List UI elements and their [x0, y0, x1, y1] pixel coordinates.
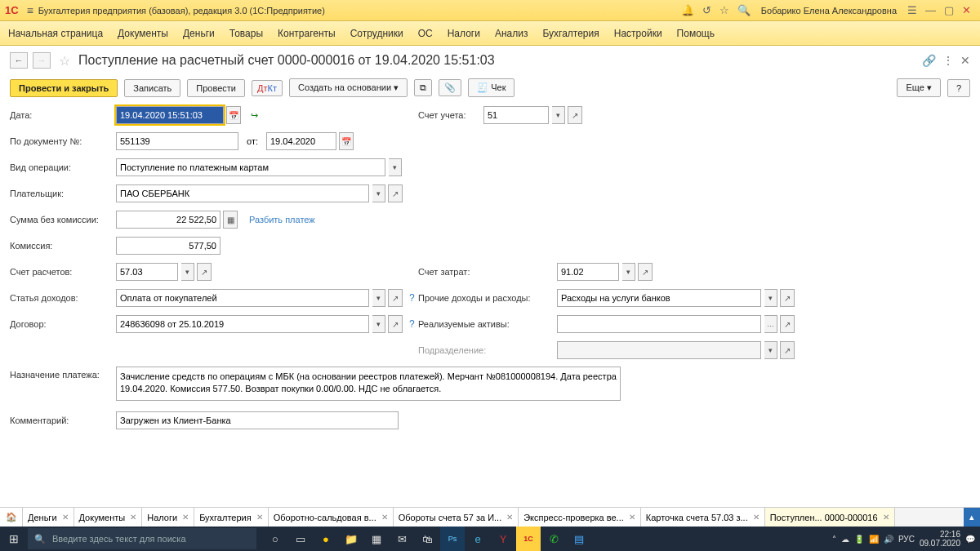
tabs-scroll-icon[interactable]: ▴ — [964, 508, 980, 527]
tray-clock[interactable]: 22:16 09.07.2020 — [920, 530, 960, 548]
tray-wifi-icon[interactable]: 📶 — [869, 535, 879, 544]
optype-input[interactable] — [116, 158, 385, 176]
tab-close-icon[interactable]: ✕ — [62, 513, 69, 522]
tray-volume-icon[interactable]: 🔊 — [884, 535, 893, 544]
cortana-icon[interactable]: ○ — [263, 527, 287, 551]
contract-open-icon[interactable]: ↗ — [388, 315, 403, 333]
yandex-icon[interactable]: ● — [314, 527, 338, 551]
more-vert-icon[interactable]: ⋮ — [942, 54, 954, 67]
menu-money[interactable]: Деньги — [183, 28, 215, 39]
from-calendar-icon[interactable]: 📅 — [339, 132, 354, 150]
tab-documents[interactable]: Документы✕ — [74, 508, 143, 527]
browser-icon[interactable]: Y — [491, 527, 515, 551]
dtkt-button[interactable]: ДтКт — [252, 80, 283, 96]
cost-account-dropdown-icon[interactable]: ▾ — [622, 263, 635, 281]
more-button[interactable]: Еще ▾ — [897, 78, 940, 97]
favorite-star-icon[interactable]: ☆ — [59, 53, 70, 69]
photoshop-icon[interactable]: Ps — [440, 527, 465, 551]
tab-accounting[interactable]: Бухгалтерия✕ — [194, 508, 269, 527]
search-icon[interactable]: 🔍 — [737, 4, 751, 16]
tray-notifications-icon[interactable]: 💬 — [965, 535, 975, 544]
calendar-icon[interactable]: 📅 — [226, 106, 241, 124]
mail-icon[interactable]: ✉ — [390, 527, 414, 551]
menu-documents[interactable]: Документы — [118, 28, 168, 39]
income-item-open-icon[interactable]: ↗ — [388, 289, 403, 307]
apply-icon[interactable]: ↪ — [251, 110, 258, 121]
tab-close-icon[interactable]: ✕ — [130, 513, 136, 522]
nav-forward-button[interactable]: → — [33, 52, 51, 69]
tab-close-icon[interactable]: ✕ — [256, 513, 263, 522]
tab-money[interactable]: Деньги✕ — [23, 508, 74, 527]
menu-assets[interactable]: ОС — [418, 28, 433, 39]
menu-help[interactable]: Помощь — [677, 28, 715, 39]
task-view-icon[interactable]: ▭ — [288, 527, 313, 551]
commission-input[interactable] — [116, 237, 220, 255]
whatsapp-icon[interactable]: ✆ — [541, 527, 566, 551]
other-inc-exp-dropdown-icon[interactable]: ▾ — [764, 289, 777, 307]
payer-input[interactable] — [116, 184, 369, 202]
link-icon[interactable]: 🔗 — [922, 54, 936, 67]
edge-icon[interactable]: e — [466, 527, 490, 551]
store-icon[interactable]: 🛍 — [415, 527, 439, 551]
tab-close-icon[interactable]: ✕ — [883, 513, 889, 522]
tab-turnover[interactable]: Обороты счета 57 за И...✕ — [394, 508, 519, 527]
date-input[interactable] — [116, 106, 224, 124]
menu-analysis[interactable]: Анализ — [495, 28, 528, 39]
attach-icon-button[interactable]: 📎 — [439, 79, 461, 96]
close-doc-icon[interactable]: ✕ — [960, 54, 970, 67]
realized-assets-open-icon[interactable]: ↗ — [780, 315, 795, 333]
menu-settings[interactable]: Настройки — [614, 28, 662, 39]
contract-dropdown-icon[interactable]: ▾ — [372, 315, 385, 333]
taskbar-search[interactable]: 🔍 Введите здесь текст для поиска — [28, 528, 256, 549]
income-item-dropdown-icon[interactable]: ▾ — [372, 289, 385, 307]
menu-employees[interactable]: Сотрудники — [350, 28, 403, 39]
burger-icon[interactable]: ≡ — [27, 4, 33, 17]
from-date-input[interactable] — [266, 132, 336, 150]
tab-taxes[interactable]: Налоги✕ — [142, 508, 194, 527]
bell-icon[interactable]: 🔔 — [681, 4, 694, 16]
history-icon[interactable]: ↺ — [702, 4, 711, 16]
1c-icon[interactable]: 1С — [516, 527, 541, 551]
contract-help-icon[interactable]: ? — [409, 318, 415, 330]
window-resize-icon[interactable]: ☰ — [907, 4, 917, 16]
post-and-close-button[interactable]: Провести и закрыть — [10, 79, 118, 97]
tray-chevron-icon[interactable]: ˄ — [832, 535, 836, 544]
tray-lang[interactable]: РУС — [898, 535, 915, 544]
payer-open-icon[interactable]: ↗ — [388, 184, 403, 202]
income-item-input[interactable] — [116, 289, 369, 307]
menu-taxes[interactable]: Налоги — [448, 28, 480, 39]
explorer-icon[interactable]: 📁 — [339, 527, 363, 551]
calc-account-dropdown-icon[interactable]: ▾ — [181, 263, 194, 281]
tab-home-icon[interactable]: 🏠 — [0, 508, 23, 527]
comment-input[interactable] — [116, 411, 399, 429]
cost-account-input[interactable] — [557, 263, 619, 281]
menu-start[interactable]: Начальная страница — [8, 28, 103, 39]
docnum-input[interactable] — [116, 132, 238, 150]
calc-account-open-icon[interactable]: ↗ — [197, 263, 212, 281]
close-icon[interactable]: ✕ — [962, 4, 971, 16]
account-dropdown-icon[interactable]: ▾ — [552, 106, 565, 124]
maximize-icon[interactable]: ▢ — [944, 4, 954, 16]
other-inc-exp-input[interactable] — [557, 289, 761, 307]
purpose-textarea[interactable]: Зачисление средств по операциям с МБК (н… — [116, 367, 621, 401]
star-icon[interactable]: ☆ — [719, 4, 729, 16]
tab-receipt-active[interactable]: Поступлен... 0000-000016✕ — [765, 508, 895, 527]
copy-icon-button[interactable]: ⧉ — [414, 79, 432, 96]
create-based-button[interactable]: Создать на основании ▾ — [289, 78, 408, 97]
sum-input[interactable] — [116, 211, 220, 229]
payer-dropdown-icon[interactable]: ▾ — [372, 184, 385, 202]
help-button[interactable]: ? — [947, 79, 970, 97]
menu-counterparties[interactable]: Контрагенты — [278, 28, 336, 39]
realized-assets-input[interactable] — [557, 315, 761, 333]
app2-icon[interactable]: ▤ — [567, 527, 591, 551]
tab-close-icon[interactable]: ✕ — [629, 513, 635, 522]
post-button[interactable]: Провести — [187, 79, 245, 97]
split-payment-link[interactable]: Разбить платеж — [249, 215, 315, 224]
nav-back-button[interactable]: ← — [10, 52, 28, 69]
minimize-icon[interactable]: — — [925, 4, 936, 16]
other-inc-exp-open-icon[interactable]: ↗ — [780, 289, 795, 307]
tray-cloud-icon[interactable]: ☁ — [841, 535, 849, 544]
tray-battery-icon[interactable]: 🔋 — [854, 535, 864, 544]
tab-balance[interactable]: Оборотно-сальдовая в...✕ — [269, 508, 394, 527]
realized-assets-more-icon[interactable]: … — [764, 315, 777, 333]
